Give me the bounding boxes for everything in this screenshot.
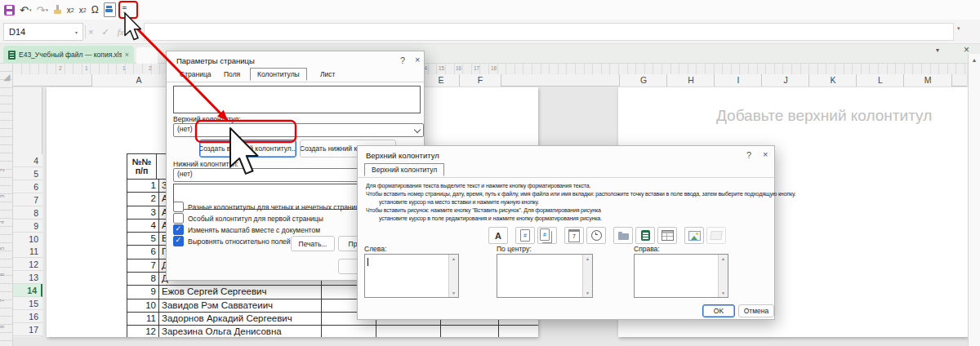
select-all-icon[interactable]: ◢ [3,72,10,82]
textarea-scrollbar[interactable]: ▲ ▼ [448,255,458,297]
checkbox-checked-icon[interactable] [173,224,184,235]
scroll-down-icon[interactable]: ▼ [721,291,725,295]
header-dropdown[interactable]: (нет) [173,123,424,137]
customize-qat-button[interactable]: = ▾ [122,2,127,18]
header-placeholder[interactable]: Добавьте верхний колонтитул [716,107,932,125]
scroll-down-icon[interactable]: ▼ [586,291,590,295]
subscript-button[interactable]: x2 [79,2,87,18]
save-button[interactable] [4,2,15,18]
superscript-button[interactable]: x2 [67,2,74,18]
column-header-e[interactable]: E [421,74,461,86]
insert-picture-button[interactable] [684,227,704,244]
column-header-l[interactable]: L [856,74,905,86]
column-header-j[interactable]: J [761,74,810,86]
tab-headers-footers[interactable]: Колонтитулы [250,68,307,81]
column-header-f[interactable]: F [459,74,501,86]
checkbox-icon[interactable] [173,213,184,224]
name-box[interactable]: D14 ▾ [3,23,83,41]
cell-num[interactable]: 11 [127,313,159,326]
cell-value[interactable] [376,326,441,337]
format-painter-button[interactable] [53,2,62,18]
formula-input[interactable] [144,23,954,41]
insert-date-button[interactable]: 7 [564,227,584,244]
scroll-down-icon[interactable]: ▼ [452,291,456,295]
insert-number-of-pages-button[interactable]: # [537,227,557,244]
row-header-12[interactable]: 12 [13,258,42,271]
row-header-4[interactable]: 4 [13,154,42,167]
document-tab[interactable]: Е43_Учебный файл — копия.xlsx * × [3,46,134,64]
cell-name[interactable]: Ежов Сергей Сергеевич [159,286,322,299]
insert-page-number-button[interactable]: # [515,227,535,244]
cancel-button[interactable]: Отмена [738,304,774,317]
column-header-m[interactable]: M [903,74,952,86]
ok-button[interactable]: OK [702,304,735,317]
vertical-scrollbar[interactable]: ▲ [968,54,980,346]
cell-name[interactable]: Задорнов Аркадий Сергеевич [159,313,322,326]
insert-symbol-button[interactable]: Ω [91,2,99,18]
cell-name[interactable]: Завидов Рэм Савватеиич [159,299,322,313]
create-header-button[interactable]: Создать верхний колонтитул... [199,140,296,157]
cell-value[interactable] [441,326,499,337]
column-header-i[interactable]: I [714,74,763,86]
cell-value[interactable] [499,326,538,337]
row-header-16[interactable]: 16 [13,310,42,323]
column-header-g[interactable]: G [619,74,668,86]
cell-num[interactable]: 3 [127,206,159,220]
name-box-chevron-icon[interactable]: ▾ [75,29,78,35]
tab-page[interactable]: Страница [173,69,218,80]
cell-num[interactable]: 9 [127,286,159,299]
cell-num[interactable]: 8 [127,273,159,286]
insert-file-name-button[interactable] [635,227,655,244]
scroll-up-icon[interactable]: ▲ [969,54,980,63]
row-header-9[interactable]: 9 [13,220,42,233]
scroll-up-icon[interactable]: ▲ [721,256,725,261]
scroll-up-icon[interactable]: ▲ [452,256,456,261]
textarea-scrollbar[interactable]: ▲ ▼ [718,255,728,297]
center-section-textarea[interactable]: ▲ ▼ [497,254,593,298]
close-icon[interactable]: × [763,149,768,159]
right-section-textarea[interactable]: ▲ ▼ [634,254,728,298]
cell-num[interactable]: 1 [127,180,159,193]
row-header-7[interactable]: 7 [13,193,42,206]
help-icon[interactable]: ? [400,55,405,65]
checkbox-row-scale-with-doc[interactable]: Изменять масштаб вместе с документом [173,224,320,235]
row-header-5[interactable]: 5 [13,167,42,180]
cell-num[interactable]: 5 [127,233,159,246]
row-header-10[interactable]: 10 [13,233,42,246]
insert-time-button[interactable] [586,227,606,244]
textarea-scrollbar[interactable]: ▲ ▼ [582,255,592,297]
tab-header[interactable]: Верхний колонтитул [364,163,444,176]
cell-value[interactable] [322,326,376,337]
checkbox-icon[interactable] [173,202,184,212]
print-button[interactable]: Печать... [291,236,335,251]
column-header-k[interactable]: K [808,74,858,86]
checkbox-row-odd-even[interactable]: Разные колонтитулы для четных и нечетных… [173,202,359,212]
row-header-14-active[interactable]: 14 [13,284,42,297]
scroll-up-icon[interactable]: ▲ [586,256,590,261]
cancel-entry-icon[interactable]: × [88,27,93,37]
cell-num[interactable]: 2 [127,193,159,206]
table-header-cell[interactable]: №№ п/п [127,154,157,180]
tab-list-chevron-icon[interactable]: ▾ [936,47,939,54]
insert-sheet-name-button[interactable] [657,227,677,244]
tab-sheet[interactable]: Лист [314,69,341,80]
cell-name[interactable]: Зарезина Ольга Денисовна [159,326,322,337]
left-section-textarea[interactable]: ▲ ▼ [364,254,459,298]
column-header-h[interactable]: H [666,74,715,86]
new-tab-stub[interactable] [136,47,158,64]
cell-num[interactable]: 12 [127,326,159,337]
close-icon[interactable]: × [415,55,420,64]
row-header-8[interactable]: 8 [13,206,42,220]
format-text-button[interactable]: A [488,227,508,244]
cell-num[interactable]: 10 [127,299,159,313]
row-header-6[interactable]: 6 [13,180,42,193]
cell-num[interactable]: 6 [127,246,159,259]
checkbox-checked-icon[interactable] [173,236,184,246]
undo-dropdown-icon[interactable]: ▾ [29,7,32,12]
row-header-11[interactable]: 11 [13,245,42,258]
checkbox-row-first-page[interactable]: Особый колонтитул для первой страницы [173,213,323,224]
row-header-17[interactable]: 17 [13,323,42,336]
cell-num[interactable]: 4 [127,220,159,233]
row-header-15[interactable]: 15 [13,297,42,310]
formula-bar-expand-icon[interactable]: ▾ [957,25,960,32]
